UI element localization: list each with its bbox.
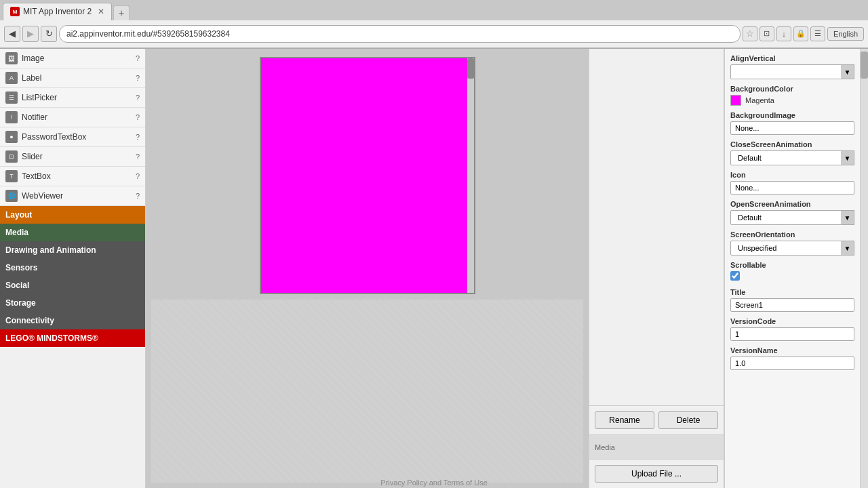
label-label: Label: [22, 73, 132, 83]
notifier-label: Notifier: [22, 113, 132, 122]
textbox-help-icon[interactable]: ?: [136, 172, 140, 180]
background-color-value: Magenta: [730, 95, 854, 106]
category-lego[interactable]: LEGO® MINDSTORMS®: [0, 329, 145, 347]
nav-icon4[interactable]: ☰: [810, 26, 825, 41]
open-screen-animation-wrapper: Default ▼: [730, 210, 854, 225]
screen-orientation-select[interactable]: Unspecified: [730, 241, 854, 256]
webviewer-label: WebViewer: [22, 191, 132, 201]
prop-close-screen-animation: CloseScreenAnimation Default ▼: [730, 140, 854, 165]
forward-btn[interactable]: ▶: [22, 26, 39, 42]
align-vertical-label: AlignVertical: [730, 54, 854, 62]
bookmark-icon[interactable]: ☆: [743, 26, 757, 41]
category-sensors[interactable]: Sensors: [0, 259, 145, 277]
open-screen-animation-select[interactable]: Default: [730, 210, 854, 225]
align-vertical-select[interactable]: [730, 64, 854, 79]
browser-chrome: M MIT App Inventor 2 ✕ + ◀ ▶ ↻ ☆ ⊡ ↓ 🔒 ☰…: [0, 0, 868, 49]
webviewer-help-icon[interactable]: ?: [136, 192, 140, 200]
media-header: Media: [589, 435, 724, 460]
canvas-background: [151, 300, 583, 483]
palette-item-notifier[interactable]: ! Notifier ?: [0, 108, 145, 127]
align-vertical-select-wrapper: ▼: [730, 64, 854, 79]
category-storage[interactable]: Storage: [0, 294, 145, 312]
passwordtextbox-icon: ●: [5, 131, 18, 143]
lang-btn[interactable]: English: [827, 27, 864, 41]
version-name-input[interactable]: [730, 357, 854, 370]
main-scrollbar[interactable]: [860, 49, 868, 488]
category-social[interactable]: Social: [0, 277, 145, 294]
delete-btn[interactable]: Delete: [658, 411, 718, 429]
scrollable-checkbox[interactable]: [730, 271, 740, 281]
category-layout[interactable]: Layout: [0, 206, 145, 224]
new-tab-btn[interactable]: +: [113, 5, 130, 20]
scrollable-label: Scrollable: [730, 261, 854, 269]
passwordtextbox-help-icon[interactable]: ?: [136, 133, 140, 141]
prop-icon: Icon: [730, 171, 854, 195]
category-drawing[interactable]: Drawing and Animation: [0, 241, 145, 259]
palette-sidebar: 🖼 Image ? A Label ? ☰ ListPicker ? ! Not…: [0, 49, 146, 488]
footer-text: Privacy Policy and Terms of Use: [380, 479, 488, 487]
listpicker-help-icon[interactable]: ?: [136, 94, 140, 102]
textbox-label: TextBox: [22, 171, 132, 181]
image-help-icon[interactable]: ?: [136, 54, 140, 62]
address-bar[interactable]: [59, 25, 741, 43]
open-screen-animation-label: OpenScreenAnimation: [730, 200, 854, 208]
palette-item-slider[interactable]: ⊡ Slider ?: [0, 147, 145, 167]
palette-item-textbox[interactable]: T TextBox ?: [0, 167, 145, 186]
title-prop-label: Title: [730, 288, 854, 296]
category-connectivity[interactable]: Connectivity: [0, 312, 145, 329]
nav-icon1[interactable]: ⊡: [760, 26, 774, 41]
screen-orientation-label: ScreenOrientation: [730, 230, 854, 239]
tab-close-icon[interactable]: ✕: [98, 7, 104, 16]
scrollbar-thumb[interactable]: [861, 52, 868, 79]
prop-title: Title: [730, 288, 854, 312]
nav-icon2[interactable]: ↓: [776, 26, 791, 41]
panel-actions: Rename Delete: [589, 405, 724, 434]
webviewer-icon: 🌐: [5, 190, 18, 202]
background-image-input[interactable]: [730, 121, 854, 135]
background-color-swatch: [730, 95, 741, 106]
rename-btn[interactable]: Rename: [595, 411, 654, 429]
icon-input[interactable]: [730, 181, 854, 195]
textbox-icon: T: [5, 170, 18, 182]
notifier-help-icon[interactable]: ?: [136, 113, 140, 121]
version-code-input[interactable]: [730, 327, 854, 341]
screen-orientation-wrapper: Unspecified ▼: [730, 241, 854, 256]
prop-version-code: VersionCode: [730, 317, 854, 341]
slider-label: Slider: [22, 152, 132, 161]
tab-title: MIT App Inventor 2: [23, 7, 92, 16]
slider-help-icon[interactable]: ?: [136, 152, 140, 161]
image-label: Image: [22, 54, 132, 63]
palette-item-passwordtextbox[interactable]: ● PasswordTextBox ?: [0, 127, 145, 147]
version-name-label: VersionName: [730, 346, 854, 354]
slider-icon: ⊡: [5, 150, 18, 163]
components-panel: Rename Delete Media Upload File ...: [589, 49, 724, 488]
background-color-text: Magenta: [745, 96, 774, 104]
reload-btn[interactable]: ↻: [41, 26, 57, 42]
nav-icon3[interactable]: 🔒: [793, 26, 808, 41]
title-input[interactable]: [730, 298, 854, 312]
version-code-label: VersionCode: [730, 317, 854, 325]
phone-scrollbar[interactable]: [467, 58, 474, 293]
upload-file-btn[interactable]: Upload File ...: [595, 465, 718, 483]
phone-screen: [261, 58, 474, 293]
palette-item-image[interactable]: 🖼 Image ?: [0, 49, 145, 68]
category-media[interactable]: Media: [0, 224, 145, 241]
listpicker-label: ListPicker: [22, 93, 132, 102]
close-screen-animation-select[interactable]: Default: [730, 150, 854, 165]
nav-bar: ◀ ▶ ↻ ☆ ⊡ ↓ 🔒 ☰ English: [0, 20, 868, 48]
palette-item-label[interactable]: A Label ?: [0, 68, 145, 88]
background-color-label: BackgroundColor: [730, 85, 854, 93]
listpicker-icon: ☰: [5, 92, 18, 104]
label-help-icon[interactable]: ?: [136, 74, 140, 82]
icon-label: Icon: [730, 171, 854, 179]
phone-scrollbar-thumb[interactable]: [467, 58, 474, 79]
prop-align-vertical: AlignVertical ▼: [730, 54, 854, 79]
background-image-label: BackgroundImage: [730, 111, 854, 119]
prop-open-screen-animation: OpenScreenAnimation Default ▼: [730, 200, 854, 225]
palette-item-webviewer[interactable]: 🌐 WebViewer ?: [0, 186, 145, 206]
back-btn[interactable]: ◀: [4, 26, 20, 42]
palette-item-listpicker[interactable]: ☰ ListPicker ?: [0, 88, 145, 108]
tab-bar: M MIT App Inventor 2 ✕ +: [0, 0, 868, 20]
active-tab[interactable]: M MIT App Inventor 2 ✕: [3, 3, 112, 20]
prop-background-color: BackgroundColor Magenta: [730, 85, 854, 106]
